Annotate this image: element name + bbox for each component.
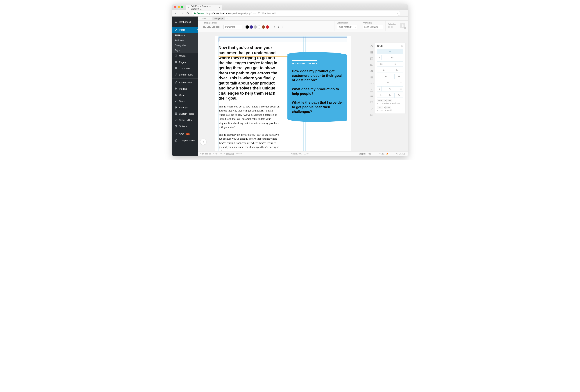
plug-icon	[174, 87, 177, 90]
forward-button[interactable]: →	[180, 11, 184, 15]
bottom-indent-select[interactable]: 27px (default)	[337, 25, 357, 29]
back-button[interactable]: ←	[174, 11, 178, 15]
content-heading[interactable]: Now that you've shown your customer that…	[219, 45, 280, 101]
align-right-button[interactable]	[212, 26, 215, 28]
code-icon[interactable]: </>	[370, 82, 373, 85]
submenu-tags[interactable]: Tags	[172, 48, 198, 53]
align-justify-button[interactable]	[216, 26, 219, 28]
grid-option[interactable]: 3x3x	[377, 68, 403, 73]
sidebar-item-users[interactable]: Users	[172, 92, 198, 98]
keyboard-icon[interactable]	[370, 113, 373, 117]
grid-option[interactable]: x5x	[377, 55, 403, 60]
crumb-paragraph[interactable]: Paragraph	[212, 17, 225, 20]
sidebar-item-options[interactable]: Options	[172, 123, 198, 129]
content-paragraph-2[interactable]: This is probably the most "salesy" part …	[219, 133, 280, 151]
color-swatch[interactable]	[262, 25, 265, 29]
grid-option[interactable]: 6x	[377, 49, 403, 54]
bookmark-icon[interactable]: ☆	[396, 12, 398, 15]
grid-option[interactable]: 5xx	[377, 80, 403, 85]
sidebar-item-seo[interactable]: SEO4	[172, 131, 198, 137]
fullscreen-window-button[interactable]	[181, 6, 183, 8]
close-tab-icon[interactable]: ×	[219, 6, 220, 9]
minimize-window-button[interactable]	[178, 6, 180, 8]
svg-point-20	[371, 77, 371, 78]
submenu-all-posts[interactable]: All Posts	[172, 33, 198, 38]
callout-q2[interactable]: What does my product do to help people?	[292, 87, 343, 96]
window-icon[interactable]	[370, 57, 373, 60]
color-swatch[interactable]	[254, 25, 257, 29]
sidebar-item-banner-posts[interactable]: Banner-posts	[172, 71, 198, 78]
sidebar-item-label: Plugins	[179, 87, 187, 90]
sidebar-item-appearance[interactable]: Appearance	[172, 79, 198, 86]
help-icon[interactable]: ?	[401, 45, 403, 47]
editor-canvas-scroll[interactable]: Now that you've shown your customer that…	[198, 33, 368, 151]
submenu-categories[interactable]: Categories	[172, 43, 198, 48]
svg-rect-19	[371, 76, 373, 77]
sidebar-item-settings[interactable]: Settings	[172, 104, 198, 111]
comment-icon[interactable]	[370, 101, 373, 104]
grid-icon	[174, 112, 177, 115]
bold-button[interactable]: b	[273, 25, 276, 28]
help-link[interactable]: Help	[368, 153, 372, 155]
align-center-button[interactable]	[207, 26, 211, 28]
underline-button[interactable]: u	[281, 25, 284, 28]
flame-icon: 🔥	[386, 153, 388, 155]
animation-button[interactable]	[388, 26, 396, 28]
divider-icon[interactable]	[370, 94, 373, 98]
preview-icon[interactable]	[370, 44, 373, 48]
italic-button[interactable]: i	[277, 25, 280, 28]
grid-option[interactable]: 4x2x	[377, 74, 403, 79]
grid-option[interactable]: 2x2x2x	[377, 93, 403, 98]
breakpoint-option[interactable]: 620px	[213, 153, 218, 155]
address-bar[interactable]: Secure | https://accent.setka.io/wp-admi…	[192, 11, 400, 16]
color-swatch[interactable]	[266, 25, 269, 29]
editor-canvas[interactable]: Now that you've shown your customer that…	[215, 36, 351, 151]
sidebar-item-media[interactable]: Media	[172, 53, 198, 59]
close-window-button[interactable]	[174, 6, 176, 8]
breakpoint-option[interactable]: 1200px	[226, 153, 234, 155]
reload-button[interactable]: ⟳	[186, 11, 190, 15]
sidebar-callout[interactable]: TRY ASKING YOURSELF How does my product …	[288, 54, 347, 120]
grid-option[interactable]: 2x4x	[377, 61, 403, 66]
sidebar-item-posts[interactable]: Posts	[172, 27, 198, 33]
svg-point-1	[175, 106, 175, 107]
star-circle-icon[interactable]	[370, 69, 373, 73]
columns-icon[interactable]	[370, 51, 373, 54]
breakpoint-option[interactable]: custom	[236, 153, 242, 155]
color-swatch[interactable]	[246, 25, 249, 29]
sidebar-item-dashboard[interactable]: Dashboard	[172, 19, 198, 25]
breakpoint-option[interactable]: 940px	[220, 153, 225, 155]
align-left-button[interactable]	[203, 26, 206, 28]
setka-badge[interactable]: S	[400, 23, 405, 28]
sidebar-collapse[interactable]: Collapse menu	[172, 137, 198, 143]
sidebar-item-tools[interactable]: Tools	[172, 98, 198, 104]
sidebar-item-pages[interactable]: Pages	[172, 59, 198, 65]
drag-handle[interactable]	[198, 31, 408, 33]
submenu-add-new[interactable]: Add New	[172, 38, 198, 43]
sidebar-item-plugins[interactable]: Plugins	[172, 86, 198, 92]
undo-button[interactable]	[200, 139, 206, 145]
color-swatch[interactable]	[258, 25, 261, 29]
sidebar-item-comments[interactable]: Comments	[172, 65, 198, 71]
grid-option[interactable]: x4xx	[377, 86, 403, 92]
image-icon[interactable]	[370, 63, 373, 66]
comments-icon	[174, 67, 177, 70]
sidebar-item-custom-fields[interactable]: Custom Fields	[172, 111, 198, 117]
callout-q1[interactable]: How does my product get customers closer…	[292, 69, 343, 83]
list-icon[interactable]	[370, 76, 373, 79]
crumb-post[interactable]: Post	[200, 17, 207, 20]
callout-q3[interactable]: What is the path that I provide to get p…	[292, 100, 343, 114]
support-link[interactable]: Support	[359, 153, 366, 155]
color-swatch[interactable]	[250, 25, 253, 29]
browser-tab[interactable]: á Edit Post ‹ Áccent — WordPre… ×	[186, 5, 222, 10]
content-paragraph-1[interactable]: This is where you get to say, "There's a…	[219, 105, 280, 129]
magic-wand-icon[interactable]	[370, 107, 373, 110]
paragraph-style-select[interactable]: Paragraph	[223, 25, 242, 29]
svg-rect-5	[176, 113, 177, 114]
active-paragraph-block[interactable]	[219, 37, 347, 42]
svg-rect-30	[371, 115, 371, 115]
grid-cell: 5x	[382, 55, 403, 60]
sidebar-item-setka[interactable]: {s}Setka Editor	[172, 117, 198, 123]
inner-indent-select[interactable]: none (default)	[363, 25, 383, 29]
text-a-icon[interactable]: A	[370, 88, 373, 92]
